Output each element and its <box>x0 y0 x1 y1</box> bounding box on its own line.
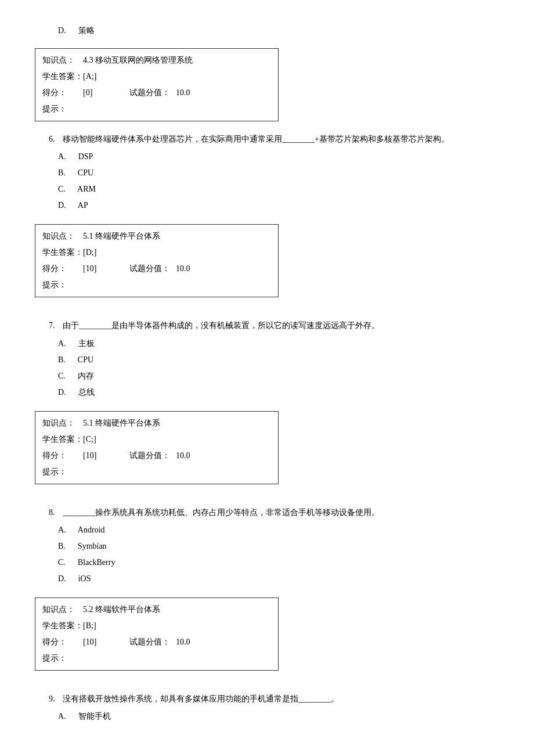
q8-option-d-text: iOS <box>78 574 91 583</box>
q7-score-value: [10] <box>83 448 129 464</box>
q9-option-a-label: A. <box>58 712 66 721</box>
q7-answer-row: 学生答案： [C;] <box>42 431 271 448</box>
question-9: 9. 没有搭载开放性操作系统，却具有多媒体应用功能的手机通常是指________… <box>35 692 499 725</box>
q9-option-a: A. 智能手机 <box>58 708 499 725</box>
q6-option-d-text: AP <box>78 201 88 210</box>
q8-option-a: A. Android <box>58 522 499 538</box>
q8-score-label: 得分： <box>42 634 83 650</box>
q5-exam-score-value: 10.0 <box>176 85 190 101</box>
q6-option-a-text: DSP <box>78 152 93 161</box>
question-6: 6. 移动智能终端硬件体系中处理器芯片，在实际商用中通常采用________+基… <box>35 132 499 308</box>
q7-hint-row: 提示： <box>42 464 271 480</box>
q8-option-c: C. BlackBerry <box>58 555 499 571</box>
q8-knowledge-row: 知识点： 5.2 终端软件平台体系 <box>42 602 271 618</box>
q5-student-answer-label: 学生答案： <box>42 69 83 85</box>
q7-option-d: D. 总线 <box>58 384 499 401</box>
q6-student-answer-value: [D;] <box>83 244 271 261</box>
q8-option-c-label: C. <box>58 558 66 567</box>
d-option: D. 策略 <box>58 23 499 38</box>
q7-option-c-label: C. <box>58 372 66 380</box>
q6-knowledge-label: 知识点： <box>42 228 83 244</box>
q8-option-a-text: Android <box>78 525 105 534</box>
q9-option-a-text: 智能手机 <box>78 712 111 721</box>
q6-text: 移动智能终端硬件体系中处理器芯片，在实际商用中通常采用________+基带芯片… <box>63 132 499 146</box>
q5-exam-score-label: 试题分值： <box>129 85 176 101</box>
q7-hint-label: 提示： <box>42 464 83 480</box>
q5-info-box: 知识点： 4.3 移动互联网的网络管理系统 学生答案： [A;] 得分： [0]… <box>35 48 279 121</box>
q6-option-b-text: CPU <box>78 168 93 177</box>
q7-score-row: 得分： [10] 试题分值： 10.0 <box>42 448 271 464</box>
q8-student-answer-value: [B;] <box>83 618 271 634</box>
q6-option-b-label: B. <box>58 168 66 177</box>
q7-option-d-label: D. <box>58 388 66 397</box>
q7-option-a: A. 主板 <box>58 336 499 352</box>
q7-option-b: B. CPU <box>58 352 499 368</box>
q6-exam-score-label: 试题分值： <box>129 261 176 277</box>
q7-option-c: C. 内存 <box>58 368 499 384</box>
q5-knowledge-row: 知识点： 4.3 移动互联网的网络管理系统 <box>42 52 271 69</box>
q6-answer-row: 学生答案： [D;] <box>42 244 271 261</box>
q5-knowledge-label: 知识点： <box>42 52 83 69</box>
q5-answer-row: 学生答案： [A;] <box>42 69 271 85</box>
d-option-label: D. <box>58 26 66 35</box>
q6-knowledge-row: 知识点： 5.1 终端硬件平台体系 <box>42 228 271 244</box>
q7-student-answer-label: 学生答案： <box>42 431 83 448</box>
q8-text: ________操作系统具有系统功耗低、内存占用少等特点，非常适合手机等移动设备… <box>63 505 499 520</box>
q8-option-b-text: Symbian <box>78 542 107 550</box>
q7-num: 7. <box>49 318 63 333</box>
q8-exam-score-value: 10.0 <box>176 634 190 650</box>
q6-option-c-label: C. <box>58 185 66 193</box>
q8-option-c-text: BlackBerry <box>78 558 116 567</box>
q7-knowledge-label: 知识点： <box>42 415 83 431</box>
q8-option-d: D. iOS <box>58 571 499 587</box>
q8-option-d-label: D. <box>58 574 66 583</box>
q8-knowledge-value: 5.2 终端软件平台体系 <box>83 602 271 618</box>
q6-score-row: 得分： [10] 试题分值： 10.0 <box>42 261 271 277</box>
q6-num: 6. <box>49 132 63 146</box>
q6-option-b: B. CPU <box>58 165 499 181</box>
q8-hint-label: 提示： <box>42 650 83 667</box>
q6-option-c: C. ARM <box>58 181 499 197</box>
q8-hint-row: 提示： <box>42 650 271 667</box>
q5-hint-label: 提示： <box>42 101 83 117</box>
q8-student-answer-label: 学生答案： <box>42 618 83 634</box>
q7-option-d-text: 总线 <box>78 388 95 397</box>
q6-option-c-text: ARM <box>77 185 96 193</box>
q7-option-a-text: 主板 <box>78 339 95 348</box>
q8-exam-score-label: 试题分值： <box>129 634 176 650</box>
q9-text: 没有搭载开放性操作系统，却具有多媒体应用功能的手机通常是指________。 <box>63 692 499 706</box>
q5-score-value: [0] <box>83 85 129 101</box>
q6-text-row: 6. 移动智能终端硬件体系中处理器芯片，在实际商用中通常采用________+基… <box>49 132 499 146</box>
q6-option-d-label: D. <box>58 201 66 210</box>
q7-info-box: 知识点： 5.1 终端硬件平台体系 学生答案： [C;] 得分： [10] 试题… <box>35 411 279 484</box>
q7-option-b-text: CPU <box>78 355 93 364</box>
q8-score-row: 得分： [10] 试题分值： 10.0 <box>42 634 271 650</box>
d-option-text: 策略 <box>78 26 95 35</box>
q6-score-label: 得分： <box>42 261 83 277</box>
q7-option-a-label: A. <box>58 339 66 348</box>
q7-knowledge-row: 知识点： 5.1 终端硬件平台体系 <box>42 415 271 431</box>
q8-num: 8. <box>49 505 63 520</box>
q5-knowledge-value: 4.3 移动互联网的网络管理系统 <box>83 52 271 69</box>
q7-option-c-text: 内存 <box>78 372 94 380</box>
q8-answer-row: 学生答案： [B;] <box>42 618 271 634</box>
q6-option-a-label: A. <box>58 152 66 161</box>
q6-option-a: A. DSP <box>58 149 499 165</box>
q8-info-box: 知识点： 5.2 终端软件平台体系 学生答案： [B;] 得分： [10] 试题… <box>35 597 279 671</box>
q6-exam-score-value: 10.0 <box>176 261 190 277</box>
q6-hint-label: 提示： <box>42 277 83 293</box>
q7-option-b-label: B. <box>58 355 66 364</box>
q6-knowledge-value: 5.1 终端硬件平台体系 <box>83 228 271 244</box>
q7-exam-score-label: 试题分值： <box>129 448 176 464</box>
q9-num: 9. <box>49 692 63 706</box>
q7-student-answer-value: [C;] <box>83 431 271 448</box>
q9-text-row: 9. 没有搭载开放性操作系统，却具有多媒体应用功能的手机通常是指________… <box>49 692 499 706</box>
q7-score-label: 得分： <box>42 448 83 464</box>
q8-option-a-label: A. <box>58 525 66 534</box>
q8-option-b: B. Symbian <box>58 538 499 555</box>
q7-text: 由于________是由半导体器件构成的，没有机械装置，所以它的读写速度远远高于… <box>63 318 499 333</box>
q5-hint-row: 提示： <box>42 101 271 117</box>
q8-option-b-label: B. <box>58 542 66 550</box>
q6-hint-row: 提示： <box>42 277 271 293</box>
q6-score-value: [10] <box>83 261 129 277</box>
